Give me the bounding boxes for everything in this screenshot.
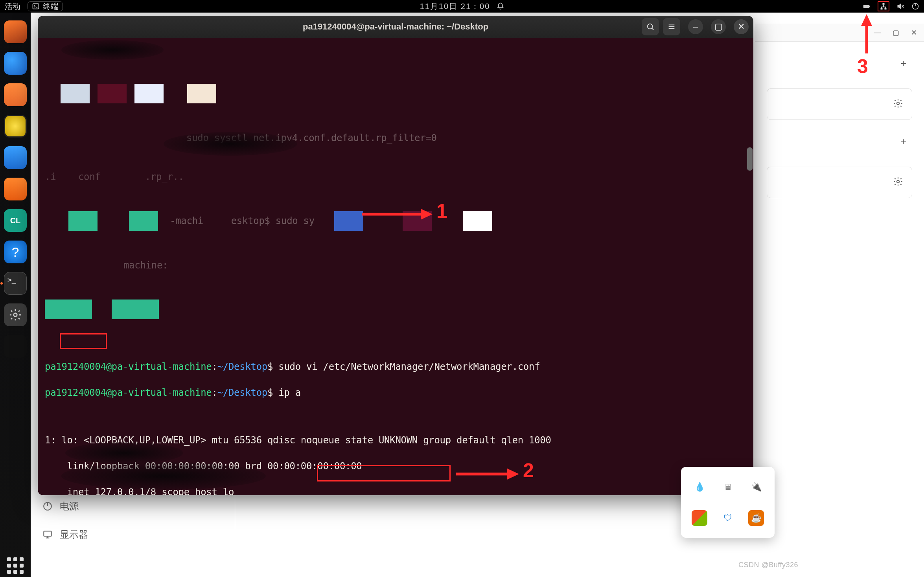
terminal-search-button[interactable] (642, 18, 659, 35)
gear-icon (893, 176, 903, 187)
activities-button[interactable]: 活动 (5, 1, 20, 12)
settings-item-label: 显示器 (60, 528, 88, 541)
annotation-arrow-3 (859, 14, 874, 53)
dock: CL ? (0, 13, 31, 577)
svg-point-12 (648, 24, 653, 29)
hamburger-icon (667, 22, 676, 31)
terminal-prompt-line: pa191240004@pa-virtual-machine:~/Desktop… (45, 360, 746, 373)
dock-terminal[interactable] (4, 272, 27, 295)
settings-sidebar-fragment: 电源 显示器 (31, 492, 235, 549)
tray-item-shield[interactable]: 🛡 (720, 510, 736, 526)
display-item-icon (42, 529, 53, 540)
window-minimize-button[interactable]: — (874, 28, 881, 37)
svg-point-11 (897, 180, 900, 183)
annotation-number-3: 3 (857, 55, 868, 78)
svg-point-10 (897, 102, 900, 105)
current-app-label: 终端 (43, 1, 59, 12)
power-icon[interactable] (911, 2, 919, 10)
terminal-close-button[interactable]: ✕ (734, 19, 749, 34)
dock-thunderbird[interactable] (4, 52, 27, 75)
wired-network-icon (880, 2, 887, 10)
gear-icon (9, 308, 22, 322)
tray-item-java[interactable]: ☕ (748, 510, 764, 526)
volume-muted-icon[interactable] (896, 2, 904, 10)
terminal-output: machine: (123, 259, 746, 272)
dock-settings[interactable] (4, 303, 27, 326)
gnome-topbar: 活动 终端 11月10日 21：00 (0, 0, 924, 13)
network-icon-annotated[interactable] (878, 1, 889, 11)
terminal-minimize-button[interactable]: – (688, 19, 703, 34)
terminal-menu-button[interactable] (663, 18, 680, 35)
svg-rect-3 (883, 3, 885, 5)
svg-marker-18 (861, 14, 872, 26)
gear-icon (893, 98, 903, 108)
current-app-chip[interactable]: 终端 (28, 1, 63, 11)
dock-firefox[interactable] (4, 20, 27, 43)
system-tray-popup: 💧 🖥 🔌 🛡 ☕ (681, 467, 775, 538)
svg-rect-9 (44, 531, 52, 536)
terminal-command: ip a (278, 386, 301, 399)
add-button[interactable]: + (895, 132, 912, 152)
dock-libreoffice[interactable] (4, 146, 27, 169)
terminal-output: .i conf .rp_r.. (45, 171, 746, 184)
terminal-command: sudo vi /etc/NetworkManager/NetworkManag… (278, 360, 540, 373)
annotation-number-2: 2 (523, 459, 534, 482)
dock-clion[interactable]: CL (4, 209, 27, 232)
tray-item-droplet[interactable]: 💧 (692, 479, 707, 495)
svg-marker-14 (421, 209, 433, 220)
window-close-button[interactable]: ✕ (911, 28, 917, 37)
clock[interactable]: 11月10日 21：00 (420, 1, 490, 12)
settings-item-label: 电源 (60, 500, 79, 513)
dock-disk[interactable] (4, 335, 27, 358)
search-icon (646, 22, 655, 31)
dock-files[interactable] (4, 83, 27, 106)
dock-rhythmbox[interactable] (4, 115, 27, 138)
terminal-scrollbar[interactable] (747, 38, 753, 495)
dock-show-apps[interactable] (4, 554, 27, 577)
svg-rect-1 (863, 5, 869, 8)
svg-marker-16 (507, 469, 519, 480)
secondary-window: — ▢ ✕ + + (755, 24, 924, 330)
dock-help[interactable]: ? (4, 241, 27, 263)
tray-item-usb[interactable]: 🔌 (748, 479, 764, 495)
watermark: CSDN @Buffy326 (738, 561, 798, 569)
annotation-arrow-2 (456, 466, 519, 482)
settings-item-display[interactable]: 显示器 (31, 520, 235, 549)
svg-rect-0 (33, 4, 39, 9)
secondary-window-titlebar: — ▢ ✕ (755, 24, 924, 42)
power-item-icon (42, 501, 53, 511)
svg-rect-5 (885, 8, 887, 9)
settings-field-1[interactable] (767, 88, 912, 120)
svg-rect-4 (881, 8, 883, 9)
tray-item-monitor[interactable]: 🖥 (720, 479, 736, 495)
terminal-window: pa191240004@pa-virtual-machine: ~/Deskto… (38, 16, 753, 495)
settings-field-2[interactable] (767, 167, 912, 198)
terminal-title: pa191240004@pa-virtual-machine: ~/Deskto… (303, 22, 488, 32)
annotation-number-1: 1 (436, 200, 447, 222)
terminal-output: -machi esktop$ sudo sy (170, 215, 315, 228)
window-maximize-button[interactable]: ▢ (893, 28, 899, 37)
tray-item-ms[interactable] (692, 510, 707, 526)
dock-software[interactable] (4, 178, 27, 200)
terminal-icon (32, 2, 40, 10)
svg-rect-2 (869, 6, 870, 7)
terminal-body[interactable]: sudo sysctl net.ipv4.conf.default.rp_fil… (38, 38, 753, 495)
annotation-arrow-1 (362, 206, 433, 222)
terminal-maximize-button[interactable]: ▢ (711, 19, 726, 34)
bell-icon[interactable] (496, 2, 504, 10)
add-button[interactable]: + (895, 53, 912, 74)
terminal-prompt-line: pa191240004@pa-virtual-machine:~/Desktop… (45, 386, 746, 399)
terminal-titlebar: pa191240004@pa-virtual-machine: ~/Deskto… (38, 16, 753, 38)
svg-point-7 (14, 313, 17, 317)
settings-item-power[interactable]: 电源 (31, 492, 235, 520)
battery-icon[interactable] (863, 2, 871, 10)
